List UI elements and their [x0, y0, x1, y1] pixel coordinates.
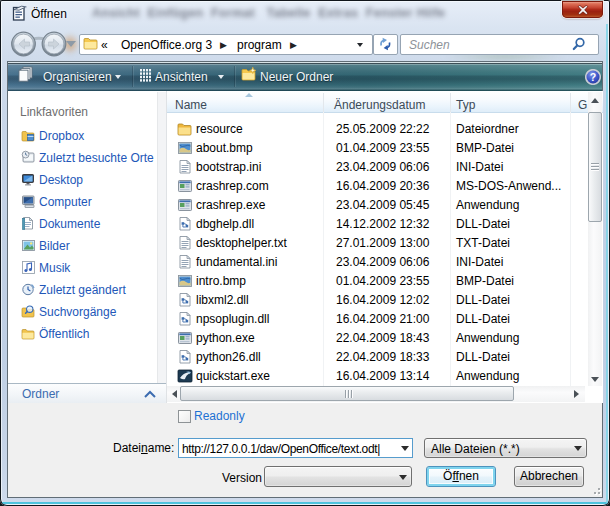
svg-text:?: ? [590, 71, 596, 83]
